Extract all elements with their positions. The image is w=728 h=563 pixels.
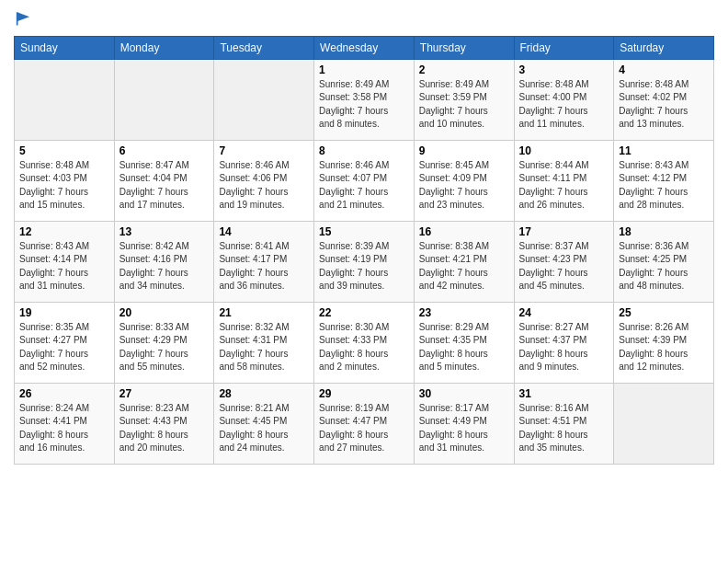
day-info: Sunrise: 8:44 AM Sunset: 4:11 PM Dayligh… — [519, 159, 609, 213]
weekday-header-row: SundayMondayTuesdayWednesdayThursdayFrid… — [15, 36, 714, 59]
day-info: Sunrise: 8:21 AM Sunset: 4:45 PM Dayligh… — [219, 402, 309, 455]
day-info: Sunrise: 8:48 AM Sunset: 4:03 PM Dayligh… — [19, 159, 109, 213]
calendar-cell: 8Sunrise: 8:46 AM Sunset: 4:07 PM Daylig… — [314, 140, 415, 221]
calendar-table: SundayMondayTuesdayWednesdayThursdayFrid… — [14, 36, 714, 465]
calendar-cell: 10Sunrise: 8:44 AM Sunset: 4:11 PM Dayli… — [514, 140, 614, 221]
day-number: 28 — [219, 387, 309, 400]
day-info: Sunrise: 8:48 AM Sunset: 4:02 PM Dayligh… — [619, 78, 709, 132]
day-info: Sunrise: 8:49 AM Sunset: 3:58 PM Dayligh… — [319, 78, 409, 132]
calendar-cell: 27Sunrise: 8:23 AM Sunset: 4:43 PM Dayli… — [114, 383, 214, 464]
day-info: Sunrise: 8:38 AM Sunset: 4:21 PM Dayligh… — [419, 240, 509, 293]
weekday-header-monday: Monday — [114, 36, 214, 59]
day-number: 8 — [319, 144, 409, 157]
calendar-cell: 17Sunrise: 8:37 AM Sunset: 4:23 PM Dayli… — [514, 221, 614, 302]
day-number: 13 — [119, 225, 210, 238]
svg-marker-0 — [17, 12, 29, 21]
day-info: Sunrise: 8:42 AM Sunset: 4:16 PM Dayligh… — [119, 240, 210, 293]
day-number: 24 — [519, 306, 609, 319]
day-info: Sunrise: 8:32 AM Sunset: 4:31 PM Dayligh… — [219, 321, 309, 374]
calendar-cell — [15, 59, 115, 140]
day-number: 21 — [219, 306, 309, 319]
calendar-cell: 20Sunrise: 8:33 AM Sunset: 4:29 PM Dayli… — [114, 302, 214, 383]
day-info: Sunrise: 8:49 AM Sunset: 3:59 PM Dayligh… — [419, 78, 509, 132]
day-number: 15 — [319, 225, 409, 238]
weekday-header-sunday: Sunday — [15, 36, 115, 59]
calendar-cell — [114, 59, 214, 140]
header — [14, 9, 714, 29]
day-info: Sunrise: 8:24 AM Sunset: 4:41 PM Dayligh… — [19, 402, 109, 455]
weekday-header-tuesday: Tuesday — [214, 36, 314, 59]
logo-flag-icon — [16, 9, 34, 28]
logo-general — [14, 9, 34, 32]
calendar-cell: 23Sunrise: 8:29 AM Sunset: 4:35 PM Dayli… — [414, 302, 514, 383]
day-number: 14 — [219, 225, 309, 238]
calendar-cell: 25Sunrise: 8:26 AM Sunset: 4:39 PM Dayli… — [614, 302, 714, 383]
day-info: Sunrise: 8:27 AM Sunset: 4:37 PM Dayligh… — [519, 321, 609, 374]
weekday-header-wednesday: Wednesday — [314, 36, 415, 59]
day-number: 10 — [519, 144, 609, 157]
day-info: Sunrise: 8:26 AM Sunset: 4:39 PM Dayligh… — [619, 321, 709, 374]
calendar-cell: 16Sunrise: 8:38 AM Sunset: 4:21 PM Dayli… — [414, 221, 514, 302]
calendar-cell: 19Sunrise: 8:35 AM Sunset: 4:27 PM Dayli… — [15, 302, 115, 383]
day-number: 12 — [19, 225, 109, 238]
day-info: Sunrise: 8:30 AM Sunset: 4:33 PM Dayligh… — [319, 321, 409, 374]
calendar-cell: 14Sunrise: 8:41 AM Sunset: 4:17 PM Dayli… — [214, 221, 314, 302]
day-number: 25 — [619, 306, 709, 319]
day-number: 2 — [419, 63, 509, 76]
day-number: 9 — [419, 144, 509, 157]
day-number: 16 — [419, 225, 509, 238]
day-number: 18 — [619, 225, 709, 238]
day-number: 3 — [519, 63, 609, 76]
day-number: 17 — [519, 225, 609, 238]
day-number: 1 — [319, 63, 409, 76]
calendar-cell: 29Sunrise: 8:19 AM Sunset: 4:47 PM Dayli… — [314, 383, 415, 464]
weekday-header-saturday: Saturday — [614, 36, 714, 59]
day-info: Sunrise: 8:23 AM Sunset: 4:43 PM Dayligh… — [119, 402, 210, 455]
calendar-cell: 6Sunrise: 8:47 AM Sunset: 4:04 PM Daylig… — [114, 140, 214, 221]
weekday-header-friday: Friday — [514, 36, 614, 59]
calendar-cell: 30Sunrise: 8:17 AM Sunset: 4:49 PM Dayli… — [414, 383, 514, 464]
calendar-cell: 2Sunrise: 8:49 AM Sunset: 3:59 PM Daylig… — [414, 59, 514, 140]
calendar-cell — [214, 59, 314, 140]
day-number: 30 — [419, 387, 509, 400]
day-info: Sunrise: 8:16 AM Sunset: 4:51 PM Dayligh… — [519, 402, 609, 455]
day-info: Sunrise: 8:43 AM Sunset: 4:14 PM Dayligh… — [19, 240, 109, 293]
calendar-cell: 24Sunrise: 8:27 AM Sunset: 4:37 PM Dayli… — [514, 302, 614, 383]
calendar-cell: 21Sunrise: 8:32 AM Sunset: 4:31 PM Dayli… — [214, 302, 314, 383]
day-number: 31 — [519, 387, 609, 400]
day-info: Sunrise: 8:39 AM Sunset: 4:19 PM Dayligh… — [319, 240, 409, 293]
page: SundayMondayTuesdayWednesdayThursdayFrid… — [0, 0, 728, 563]
calendar-cell: 7Sunrise: 8:46 AM Sunset: 4:06 PM Daylig… — [214, 140, 314, 221]
calendar-cell — [614, 383, 714, 464]
day-info: Sunrise: 8:43 AM Sunset: 4:12 PM Dayligh… — [619, 159, 709, 213]
day-info: Sunrise: 8:29 AM Sunset: 4:35 PM Dayligh… — [419, 321, 509, 374]
day-number: 11 — [619, 144, 709, 157]
calendar-cell: 22Sunrise: 8:30 AM Sunset: 4:33 PM Dayli… — [314, 302, 415, 383]
day-info: Sunrise: 8:47 AM Sunset: 4:04 PM Dayligh… — [119, 159, 210, 213]
day-number: 6 — [119, 144, 210, 157]
day-number: 5 — [19, 144, 109, 157]
calendar-cell: 13Sunrise: 8:42 AM Sunset: 4:16 PM Dayli… — [114, 221, 214, 302]
day-number: 4 — [619, 63, 709, 76]
day-info: Sunrise: 8:37 AM Sunset: 4:23 PM Dayligh… — [519, 240, 609, 293]
calendar-cell: 15Sunrise: 8:39 AM Sunset: 4:19 PM Dayli… — [314, 221, 415, 302]
day-info: Sunrise: 8:48 AM Sunset: 4:00 PM Dayligh… — [519, 78, 609, 132]
day-info: Sunrise: 8:35 AM Sunset: 4:27 PM Dayligh… — [19, 321, 109, 374]
calendar-cell: 26Sunrise: 8:24 AM Sunset: 4:41 PM Dayli… — [15, 383, 115, 464]
calendar-cell: 18Sunrise: 8:36 AM Sunset: 4:25 PM Dayli… — [614, 221, 714, 302]
day-info: Sunrise: 8:41 AM Sunset: 4:17 PM Dayligh… — [219, 240, 309, 293]
calendar-cell: 3Sunrise: 8:48 AM Sunset: 4:00 PM Daylig… — [514, 59, 614, 140]
calendar-cell: 4Sunrise: 8:48 AM Sunset: 4:02 PM Daylig… — [614, 59, 714, 140]
day-info: Sunrise: 8:46 AM Sunset: 4:06 PM Dayligh… — [219, 159, 309, 213]
calendar-cell: 1Sunrise: 8:49 AM Sunset: 3:58 PM Daylig… — [314, 59, 415, 140]
calendar-week-row: 12Sunrise: 8:43 AM Sunset: 4:14 PM Dayli… — [15, 221, 714, 302]
calendar-week-row: 5Sunrise: 8:48 AM Sunset: 4:03 PM Daylig… — [15, 140, 714, 221]
day-number: 22 — [319, 306, 409, 319]
day-number: 19 — [19, 306, 109, 319]
logo — [14, 9, 34, 29]
weekday-header-thursday: Thursday — [414, 36, 514, 59]
calendar-cell: 5Sunrise: 8:48 AM Sunset: 4:03 PM Daylig… — [15, 140, 115, 221]
day-number: 29 — [319, 387, 409, 400]
day-number: 7 — [219, 144, 309, 157]
day-number: 26 — [19, 387, 109, 400]
